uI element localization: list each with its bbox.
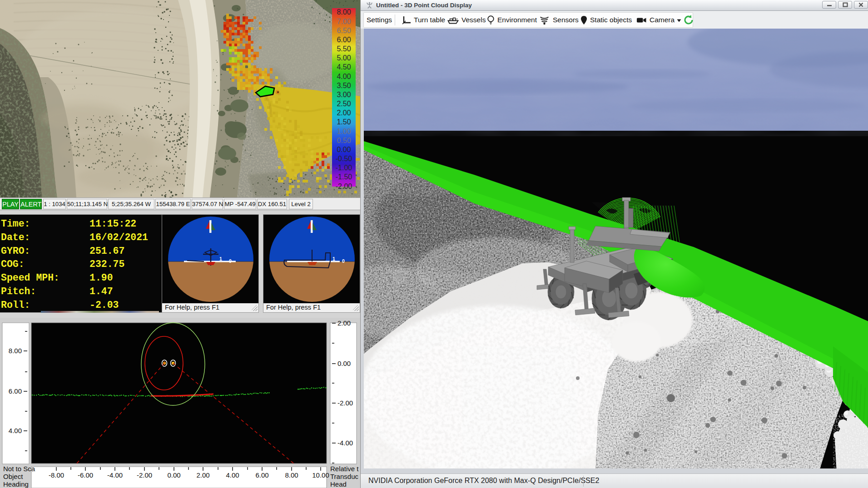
svg-text:6.00: 6.00: [255, 471, 268, 479]
svg-text:-1.50: -1.50: [336, 173, 352, 181]
svg-text:-6.00: -6.00: [78, 471, 93, 479]
svg-text:Relative t: Relative t: [330, 465, 359, 473]
svg-text:6.50: 6.50: [337, 27, 351, 35]
svg-text:8.00: 8.00: [285, 471, 298, 479]
svg-text:-1.00: -1.00: [336, 164, 352, 172]
svg-text:4.00: 4.00: [337, 73, 351, 80]
svg-text:8.00: 8.00: [9, 347, 22, 355]
svg-text:1.00: 1.00: [337, 128, 351, 135]
svg-text:6.00: 6.00: [9, 387, 22, 395]
svg-text:5.00: 5.00: [337, 54, 351, 62]
svg-text:4.00: 4.00: [226, 471, 239, 479]
svg-text:0.50: 0.50: [337, 137, 351, 144]
svg-text:Heading: Heading: [3, 480, 29, 488]
svg-text:Transduc: Transduc: [330, 473, 358, 480]
svg-text:0: 0: [229, 258, 232, 264]
svg-text:0.00: 0.00: [167, 471, 180, 479]
svg-text:-0.50: -0.50: [336, 155, 352, 163]
svg-text:-2.00: -2.00: [336, 182, 352, 190]
svg-text:6.00: 6.00: [337, 36, 351, 44]
svg-text:Object: Object: [3, 473, 23, 480]
svg-text:8.00: 8.00: [337, 8, 351, 16]
svg-text:3.00: 3.00: [337, 91, 351, 99]
svg-text:-2.00: -2.00: [137, 471, 152, 479]
svg-text:2.00: 2.00: [337, 319, 351, 327]
svg-text:-4.00: -4.00: [107, 471, 123, 479]
svg-text:Not to Sca: Not to Sca: [3, 465, 35, 473]
svg-text:0: 0: [342, 258, 345, 264]
svg-text:2.00: 2.00: [196, 471, 209, 479]
svg-text:0.00: 0.00: [337, 146, 351, 153]
svg-text:0.00: 0.00: [337, 360, 351, 367]
svg-text:10.00: 10.00: [312, 471, 329, 479]
svg-text:4.50: 4.50: [337, 63, 351, 71]
svg-text:-4.00: -4.00: [337, 439, 353, 447]
svg-text:Head: Head: [330, 480, 347, 488]
svg-text:1: 1: [219, 256, 222, 261]
svg-text:-8.00: -8.00: [49, 471, 64, 479]
svg-text:4.00: 4.00: [9, 427, 22, 434]
svg-text:-2.00: -2.00: [337, 399, 353, 407]
svg-text:2.50: 2.50: [337, 100, 351, 108]
svg-text:1: 1: [332, 256, 335, 261]
svg-text:5.50: 5.50: [337, 45, 351, 53]
svg-text:2.00: 2.00: [337, 109, 351, 117]
svg-text:3.50: 3.50: [337, 82, 351, 89]
svg-text:7.00: 7.00: [337, 18, 351, 25]
svg-text:1.50: 1.50: [337, 118, 351, 126]
